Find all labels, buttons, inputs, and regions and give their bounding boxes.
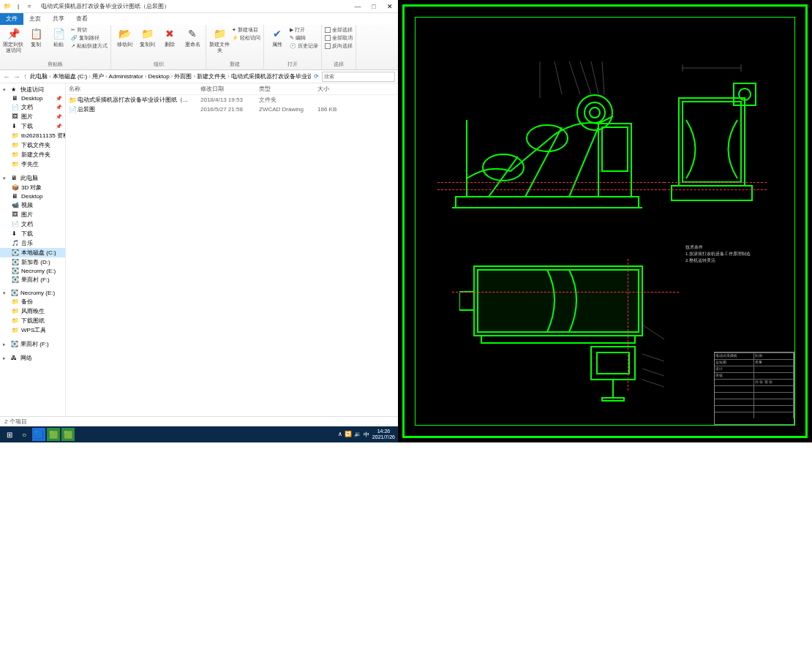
nav-item[interactable]: 📁WPS工具 — [0, 325, 65, 335]
minimize-button[interactable]: — — [350, 0, 366, 13]
nav-item[interactable]: 🖥Desktop — [0, 192, 65, 200]
nav-item-icon: 🖼 — [12, 113, 19, 120]
pin-quick-button[interactable]: 📌 固定到快速访问 — [3, 26, 23, 53]
nav-item-icon: 🖥 — [12, 95, 19, 102]
nav-item-icon: 📦 — [12, 184, 19, 191]
nav-item[interactable]: 💽Necromy (E:) — [0, 267, 65, 275]
newfolder-button[interactable]: 📁新建文件夹 — [209, 26, 230, 53]
folder-icon: 📁 — [3, 2, 12, 11]
svg-rect-34 — [602, 398, 624, 401]
nav-item-icon: 📹 — [12, 202, 19, 208]
tab-share[interactable]: 共享 — [47, 13, 70, 25]
taskbar-clock[interactable]: 14:26 2021/7/26 — [372, 429, 395, 440]
nav-item-icon: 🖼 — [12, 211, 19, 218]
newitem-button[interactable]: ✦ 新建项目 — [232, 26, 260, 34]
ribbon: 📌 固定到快速访问 📋 复制 📄 粘贴 ✂ 剪切 🔗 复制路径 ↗ — [0, 25, 398, 70]
back-button[interactable]: ← — [3, 72, 10, 80]
svg-line-16 — [580, 61, 591, 94]
svg-rect-11 — [598, 124, 631, 197]
nav-item[interactable]: 📁风雨晚生 — [0, 306, 65, 316]
nav-thispc[interactable]: ▾🖥此电脑 — [0, 173, 65, 183]
nav-item[interactable]: 🎵音乐 — [0, 238, 65, 248]
tab-file[interactable]: 文件 — [0, 13, 23, 25]
centerline — [664, 189, 767, 190]
nav-item[interactable]: 📁下载图纸 — [0, 316, 65, 325]
tab-view[interactable]: 查看 — [70, 13, 94, 25]
nav-item-icon: 💽 — [12, 259, 19, 265]
svg-line-38 — [642, 380, 664, 387]
open-button[interactable]: ▶ 打开 — [290, 26, 318, 34]
tray-icon[interactable]: ∧ — [338, 431, 342, 439]
nav-item[interactable]: 📁tb262811135 资料 — [0, 131, 65, 140]
file-icon: 📄 — [69, 106, 78, 113]
nav-item[interactable]: 📦3D 对象 — [0, 183, 65, 192]
svg-point-5 — [577, 95, 612, 130]
nav-item-icon: 📄 — [12, 221, 19, 227]
maximize-button[interactable]: □ — [366, 0, 382, 13]
nav-network[interactable]: ▸🖧网络 — [0, 353, 65, 363]
nav-item[interactable]: 📄文档📌 — [0, 102, 65, 112]
nav-quick[interactable]: ▾★快速访问 — [0, 85, 65, 94]
rename-button[interactable]: ✎重命名 — [182, 26, 203, 48]
nav-item[interactable]: 📄文档 — [0, 219, 65, 229]
copy-button[interactable]: 📋 复制 — [26, 26, 46, 48]
nav-guomian[interactable]: ▸💽果面村 (F:) — [0, 339, 65, 349]
svg-line-17 — [591, 61, 598, 94]
taskbar-app[interactable]: 🟦 — [32, 428, 45, 441]
selectnone-button[interactable]: 全部取消 — [325, 34, 353, 42]
shortcut-button[interactable]: ↗ 粘贴快捷方式 — [71, 42, 108, 50]
up-button[interactable]: ↑ — [23, 72, 27, 80]
cut-button[interactable]: ✂ 剪切 — [71, 26, 108, 34]
group-open-label: 打开 — [267, 61, 318, 68]
titlebar: 📁 | = 电动式采摘机器打农设备毕业设计图纸（总装图） — □ ✕ — [0, 0, 398, 13]
invert-button[interactable]: 反向选择 — [325, 42, 353, 50]
paste-button[interactable]: 📄 粘贴 — [48, 26, 69, 48]
nav-item-icon: 📁 — [12, 308, 19, 314]
nav-item[interactable]: 💽本地磁盘 (C:) — [0, 248, 65, 257]
nav-item[interactable]: ⬇下载📌 — [0, 121, 65, 131]
nav-item[interactable]: 📹视频 — [0, 200, 65, 210]
start-button[interactable]: ⊞ — [3, 428, 16, 441]
selectall-button[interactable]: 全部选择 — [325, 26, 353, 34]
nav-item[interactable]: 🖥Desktop📌 — [0, 94, 65, 102]
nav-item[interactable]: ⬇下载 — [0, 229, 65, 238]
nav-item[interactable]: 💽新加卷 (D:) — [0, 257, 65, 267]
props-button[interactable]: ✔属性 — [267, 26, 287, 48]
centerline — [437, 189, 664, 190]
refresh-button[interactable]: ⟳ — [314, 73, 319, 80]
nav-item[interactable]: 📁备份 — [0, 297, 65, 306]
cad-notes: 技术条件 1.按滚筒打农机设备工作原理制造 2.整机运转灵活 — [685, 244, 751, 264]
svg-rect-1 — [456, 197, 639, 208]
nav-item[interactable]: 🖼图片 — [0, 210, 65, 219]
nav-item[interactable]: 💽果面村 (F:) — [0, 275, 65, 284]
breadcrumb[interactable]: 此电脑› 本地磁盘 (C:)› 用户› Administrator› Deskt… — [30, 72, 311, 80]
delete-button[interactable]: ✖删除 — [159, 26, 180, 48]
easyaccess-button[interactable]: ⚡ 轻松访问 — [232, 34, 260, 42]
copypath-button[interactable]: 🔗 复制路径 — [71, 34, 108, 42]
nav-item[interactable]: 📁下载文件夹 — [0, 140, 65, 150]
copyto-button[interactable]: 📁复制到 — [137, 26, 157, 48]
tray-icon[interactable]: 🔉 — [354, 431, 361, 439]
file-row[interactable]: 📄总装图2016/5/27 21:58ZWCAD Drawing186 KB — [66, 105, 398, 114]
nav-item[interactable]: 📁新建文件夹 — [0, 150, 65, 159]
tab-home[interactable]: 主页 — [23, 13, 47, 25]
edit-button[interactable]: ✎ 编辑 — [290, 34, 318, 42]
moveto-button[interactable]: 📂移动到 — [114, 26, 135, 48]
nav-tree[interactable]: ▾★快速访问 🖥Desktop📌📄文档📌🖼图片📌⬇下载📌📁tb262811135… — [0, 83, 66, 416]
close-button[interactable]: ✕ — [382, 0, 398, 13]
search-input[interactable] — [322, 72, 395, 82]
tray-icon[interactable]: 中 — [364, 431, 369, 439]
tray-icon[interactable]: 🔁 — [345, 431, 352, 439]
taskbar-app[interactable]: 🟩 — [47, 428, 60, 441]
nav-item[interactable]: 📁李先生 — [0, 159, 65, 169]
nav-necromy[interactable]: ▾💽Necromy (E:) — [0, 289, 65, 297]
centerline — [437, 182, 664, 183]
file-row[interactable]: 📁电动式采摘机器打农设备毕业设计图纸（...2018/4/13 19:53文件夹 — [66, 95, 398, 105]
nav-item[interactable]: 🖼图片📌 — [0, 112, 65, 121]
nav-item-icon: 📁 — [12, 298, 19, 305]
column-headers[interactable]: 名称 修改日期 类型 大小 — [66, 83, 398, 95]
forward-button[interactable]: → — [13, 72, 20, 80]
history-button[interactable]: 🕘 历史记录 — [290, 42, 318, 50]
taskbar-app[interactable]: 🟩 — [61, 428, 75, 441]
taskbar-app[interactable]: ○ — [18, 428, 31, 441]
